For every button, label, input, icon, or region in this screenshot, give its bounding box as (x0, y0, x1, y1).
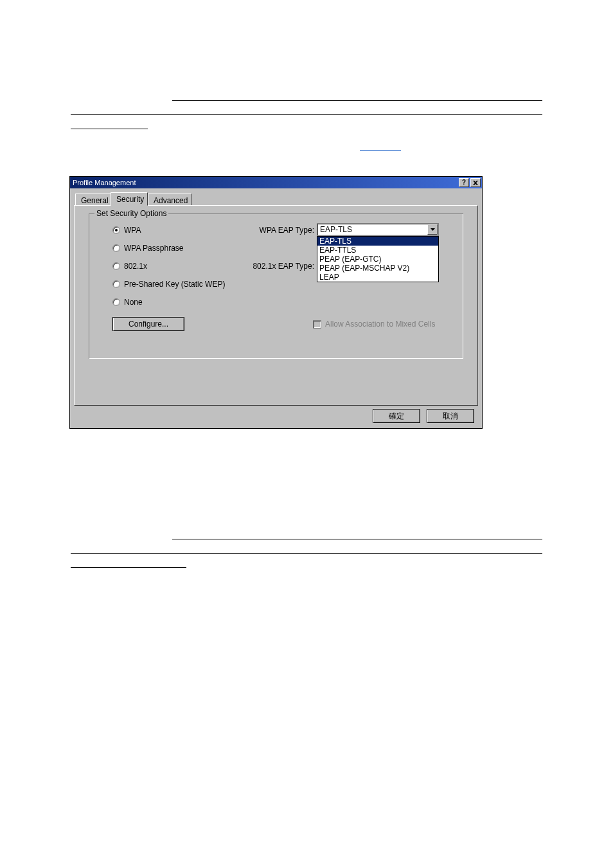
tab-panel-security: Set Security Options WPA WPA Passphrase … (74, 205, 478, 406)
dialog-body: General Security Advanced Set Security O… (70, 188, 482, 428)
radio-wpa-label: WPA (124, 226, 141, 235)
radio-wpa-pass-label: WPA Passphrase (124, 244, 183, 253)
chevron-down-icon (431, 228, 435, 231)
profile-management-dialog: Profile Management ? General Security Ad… (69, 176, 483, 429)
radio-dot-icon (112, 226, 120, 234)
close-icon (473, 181, 478, 185)
combo-selected: EAP-TLS (317, 225, 427, 234)
radio-dot-icon (112, 298, 120, 306)
titlebar[interactable]: Profile Management ? (70, 177, 482, 188)
radio-8021x-label: 802.1x (124, 262, 147, 271)
tabs: General Security Advanced (75, 192, 478, 206)
radio-8021x[interactable]: 802.1x (112, 262, 147, 271)
ok-button-label: 確定 (389, 411, 404, 422)
tab-advanced[interactable]: Advanced (148, 194, 191, 206)
combo-arrow-button[interactable] (427, 224, 438, 235)
doc-rule-4 (172, 539, 542, 539)
allow-mixed-cells-checkbox: Allow Association to Mixed Cells (313, 320, 435, 329)
radio-wpa-passphrase[interactable]: WPA Passphrase (112, 244, 183, 253)
close-button[interactable] (470, 178, 481, 187)
checkbox-box (313, 320, 321, 329)
radio-psk[interactable]: Pre-Shared Key (Static WEP) (112, 280, 225, 289)
doc-link-underline (360, 150, 401, 151)
ok-button[interactable]: 確定 (373, 409, 420, 423)
wpa-eap-type-label: WPA EAP Type: (249, 226, 314, 235)
configure-button-label: Configure... (129, 320, 168, 329)
tab-security-label: Security (116, 195, 144, 204)
eap-type-dropdown[interactable]: EAP-TLS EAP-TTLS PEAP (EAP-GTC) PEAP (EA… (317, 236, 439, 282)
dialog-buttons: 確定 取消 (373, 409, 474, 423)
set-security-options-group: Set Security Options WPA WPA Passphrase … (89, 213, 463, 359)
radio-none[interactable]: None (112, 298, 143, 307)
option-peap-gtc[interactable]: PEAP (EAP-GTC) (317, 255, 438, 264)
option-eap-tls[interactable]: EAP-TLS (317, 237, 438, 246)
help-icon: ? (462, 179, 466, 186)
tab-security[interactable]: Security (111, 192, 148, 206)
tab-general-label: General (81, 196, 109, 205)
doc-rule-5 (71, 553, 542, 554)
option-peap-mschapv2[interactable]: PEAP (EAP-MSCHAP V2) (317, 264, 438, 273)
radio-psk-label: Pre-Shared Key (Static WEP) (124, 280, 225, 289)
cancel-button-label: 取消 (443, 411, 458, 422)
group-title: Set Security Options (94, 209, 168, 218)
allow-mixed-cells-label: Allow Association to Mixed Cells (325, 320, 435, 329)
wpa-eap-type-combo[interactable]: EAP-TLS (317, 223, 439, 236)
8021x-eap-type-label: 802.1x EAP Type: (249, 262, 314, 271)
doc-rule-6 (71, 567, 186, 568)
radio-wpa[interactable]: WPA (112, 226, 141, 235)
titlebar-title: Profile Management (73, 179, 458, 186)
option-eap-ttls[interactable]: EAP-TTLS (317, 246, 438, 255)
radio-none-label: None (124, 298, 143, 307)
cancel-button[interactable]: 取消 (427, 409, 474, 423)
doc-rule-1 (172, 100, 542, 101)
tab-general[interactable]: General (75, 194, 111, 206)
radio-dot-icon (112, 280, 120, 288)
help-button[interactable]: ? (459, 178, 469, 187)
tab-advanced-label: Advanced (154, 196, 188, 205)
radio-dot-icon (112, 244, 120, 252)
radio-dot-icon (112, 262, 120, 270)
configure-button[interactable]: Configure... (112, 317, 184, 331)
doc-rule-2 (71, 114, 542, 115)
option-leap[interactable]: LEAP (317, 273, 438, 282)
doc-rule-3 (71, 129, 148, 129)
